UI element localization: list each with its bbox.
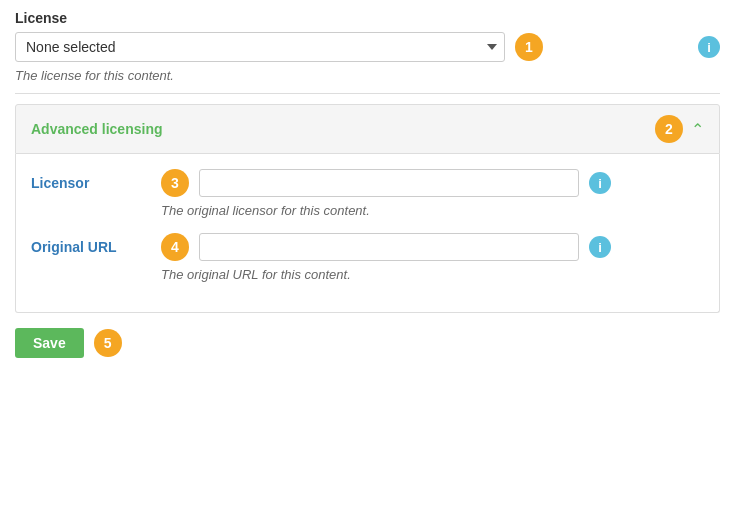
license-help-text: The license for this content.	[15, 68, 720, 83]
advanced-header[interactable]: Advanced licensing 2 ⌃	[15, 104, 720, 154]
original-url-label: Original URL	[31, 239, 151, 255]
badge-2: 2	[655, 115, 683, 143]
license-label: License	[15, 10, 720, 26]
license-select-wrapper: None selected	[15, 32, 505, 62]
save-row: Save 5	[15, 328, 720, 358]
badge-3: 3	[161, 169, 189, 197]
licensor-label: Licensor	[31, 175, 151, 191]
licensor-help-text: The original licensor for this content.	[31, 203, 704, 218]
original-url-input[interactable]	[199, 233, 579, 261]
advanced-body: Licensor 3 i The original licensor for t…	[15, 154, 720, 313]
badge-4: 4	[161, 233, 189, 261]
licensor-input[interactable]	[199, 169, 579, 197]
advanced-licensing-title: Advanced licensing	[31, 121, 647, 137]
licensor-info-icon[interactable]: i	[589, 172, 611, 194]
divider-1	[15, 93, 720, 94]
license-select[interactable]: None selected	[15, 32, 505, 62]
license-section: License None selected 1 i The license fo…	[15, 10, 720, 83]
original-url-help-text: The original URL for this content.	[31, 267, 704, 282]
badge-1: 1	[515, 33, 543, 61]
license-info-icon[interactable]: i	[698, 36, 720, 58]
original-url-section: Original URL 4 i The original URL for th…	[31, 233, 704, 282]
save-button[interactable]: Save	[15, 328, 84, 358]
advanced-licensing-section: Advanced licensing 2 ⌃ Licensor 3 i The …	[15, 104, 720, 313]
chevron-up-icon: ⌃	[691, 120, 704, 139]
licensor-section: Licensor 3 i The original licensor for t…	[31, 169, 704, 218]
original-url-info-icon[interactable]: i	[589, 236, 611, 258]
badge-5: 5	[94, 329, 122, 357]
